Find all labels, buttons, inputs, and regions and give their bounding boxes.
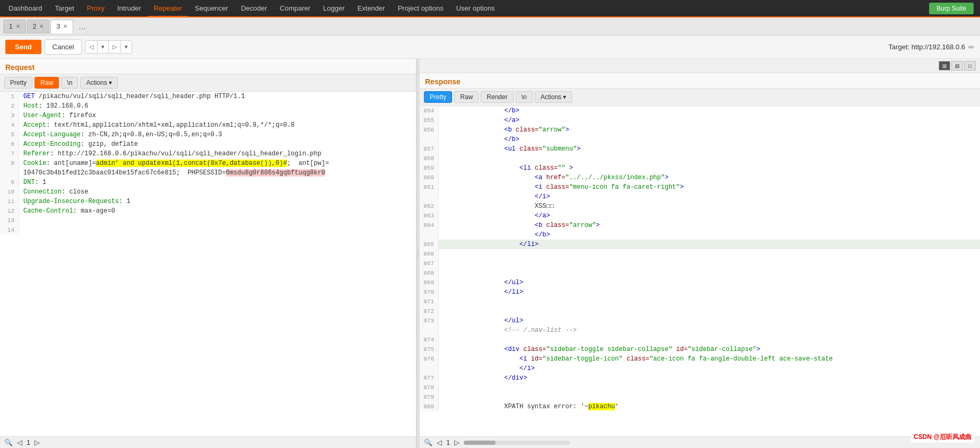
resp-line-875: 875 <div class="sidebar-toggle sidebar-c… bbox=[420, 345, 980, 354]
req-line-7: 7 Referer: http://192.168.0.6/pikachu/vu… bbox=[0, 149, 416, 159]
nav-item-extender[interactable]: Extender bbox=[351, 0, 392, 17]
view-split-v-btn[interactable]: ⊟ bbox=[951, 61, 963, 71]
req-line-8: 8 Cookie: ant[uname]=admin' and updatexm… bbox=[0, 159, 416, 168]
resp-page-prev[interactable]: ◁ bbox=[437, 438, 442, 446]
resp-tab-n[interactable]: \n bbox=[516, 91, 533, 103]
req-tab-n[interactable]: \n bbox=[61, 77, 78, 89]
nav-item-dashboard[interactable]: Dashboard bbox=[2, 0, 49, 17]
resp-line-880: 880 XPATH syntax error: '~pikachu' bbox=[420, 402, 980, 411]
req-line-9: 9 DNT: 1 bbox=[0, 178, 416, 187]
resp-line-856: 856 <b class="arrow"> bbox=[420, 125, 980, 135]
nav-item-decoder[interactable]: Decoder bbox=[235, 0, 273, 17]
resp-page-next[interactable]: ▷ bbox=[454, 438, 459, 446]
req-tab-raw[interactable]: Raw bbox=[34, 77, 59, 89]
next-dropdown-btn[interactable]: ▾ bbox=[121, 41, 132, 53]
resp-line-856b: </b> bbox=[420, 135, 980, 144]
resp-page-num: 1 bbox=[446, 438, 450, 446]
resp-line-873b: <!-- /.nav-list --> bbox=[420, 326, 980, 335]
tab-1[interactable]: 1 ✕ bbox=[3, 20, 26, 33]
edit-target-icon[interactable]: ✏ bbox=[968, 43, 975, 51]
resp-line-864: 864 <b class="arrow"> bbox=[420, 221, 980, 230]
resp-line-879: 879 bbox=[420, 392, 980, 402]
req-page-next[interactable]: ▷ bbox=[34, 438, 40, 446]
resp-actions-chevron: ▾ bbox=[563, 93, 566, 101]
resp-line-868: 868 bbox=[420, 268, 980, 278]
resp-line-863: 863 </a> bbox=[420, 211, 980, 221]
resp-line-878: 878 bbox=[420, 383, 980, 392]
request-code-area[interactable]: 1 GET /pikachu/vul/sqli/sqli_header/sqli… bbox=[0, 92, 416, 436]
tab-3-close[interactable]: ✕ bbox=[63, 23, 67, 29]
target-label: Target: http://192.168.0.6 bbox=[888, 43, 965, 51]
view-split-h-btn[interactable]: ⊞ bbox=[939, 61, 950, 71]
nav-item-comparer[interactable]: Comparer bbox=[273, 0, 317, 17]
send-button[interactable]: Send bbox=[5, 40, 41, 54]
main-split: Request Pretty Raw \n Actions ▾ 1 GET /p… bbox=[0, 59, 980, 448]
req-line-13: 13 bbox=[0, 216, 416, 225]
req-actions-btn[interactable]: Actions ▾ bbox=[80, 77, 117, 89]
request-pane: Request Pretty Raw \n Actions ▾ 1 GET /p… bbox=[0, 59, 417, 448]
resp-tab-pretty[interactable]: Pretty bbox=[424, 91, 452, 103]
resp-tab-raw[interactable]: Raw bbox=[454, 91, 479, 103]
req-zoom-icon[interactable]: 🔍 bbox=[4, 438, 13, 446]
prev-dropdown-btn[interactable]: ▾ bbox=[98, 41, 109, 53]
watermark: CSDN @厄听风成曲 bbox=[910, 432, 975, 443]
nav-item-project-options[interactable]: Project options bbox=[392, 0, 450, 17]
tab-more[interactable]: … bbox=[74, 20, 90, 33]
resp-line-874: 874 bbox=[420, 335, 980, 345]
view-buttons: ⊞ ⊟ □ bbox=[420, 59, 980, 73]
resp-line-865: 865 </li> bbox=[420, 240, 980, 249]
resp-line-862: 862 XSS□□ bbox=[420, 201, 980, 211]
nav-item-intruder[interactable]: Intruder bbox=[111, 0, 148, 17]
tab-2-close[interactable]: ✕ bbox=[39, 23, 44, 29]
view-single-btn[interactable]: □ bbox=[964, 61, 976, 71]
resp-line-861b: </i> bbox=[420, 192, 980, 201]
request-toolbar: Pretty Raw \n Actions ▾ bbox=[0, 74, 416, 92]
cancel-button[interactable]: Cancel bbox=[45, 39, 82, 55]
nav-item-repeater[interactable]: Repeater bbox=[148, 0, 188, 17]
tab-1-close[interactable]: ✕ bbox=[16, 23, 20, 29]
resp-zoom-icon[interactable]: 🔍 bbox=[424, 438, 432, 446]
resp-line-872: 872 bbox=[420, 306, 980, 316]
req-line-4: 4 Accept: text/html,application/xhtml+xm… bbox=[0, 120, 416, 130]
nav-item-user-options[interactable]: User options bbox=[450, 0, 501, 17]
resp-scrollbar[interactable] bbox=[464, 441, 570, 445]
req-line-8b: 10470c3b4b1fed12c3baac014be15fac67c6e815… bbox=[0, 168, 416, 178]
toolbar: Send Cancel ◁ ▾ ▷ ▾ Target: http://192.1… bbox=[0, 36, 980, 59]
resp-line-857: 857 <ul class="submenu"> bbox=[420, 144, 980, 154]
resp-scrollbar-thumb[interactable] bbox=[464, 441, 496, 445]
resp-line-859: 859 <li class="" > bbox=[420, 163, 980, 173]
next-arrow-btn[interactable]: ▷ bbox=[109, 41, 121, 53]
req-page-num: 1 bbox=[27, 438, 30, 446]
req-line-11: 11 Upgrade-Insecure-Requests: 1 bbox=[0, 197, 416, 206]
target-info: Target: http://192.168.0.6 ✏ bbox=[888, 43, 975, 51]
resp-actions-label: Actions bbox=[541, 93, 561, 101]
req-actions-chevron: ▾ bbox=[109, 79, 112, 86]
tab-1-label: 1 bbox=[9, 23, 13, 30]
resp-line-870: 870 </li> bbox=[420, 287, 980, 297]
burp-suite-btn[interactable]: Burp Suite bbox=[929, 3, 974, 14]
resp-line-866: 866 bbox=[420, 249, 980, 259]
req-tab-pretty[interactable]: Pretty bbox=[4, 77, 32, 89]
req-line-14: 14 bbox=[0, 225, 416, 235]
response-toolbar: Pretty Raw Render \n Actions ▾ bbox=[420, 89, 980, 106]
req-page-prev[interactable]: ◁ bbox=[17, 438, 22, 446]
resp-actions-btn[interactable]: Actions ▾ bbox=[535, 91, 572, 103]
resp-line-855: 855 </a> bbox=[420, 116, 980, 125]
req-line-1: 1 GET /pikachu/vul/sqli/sqli_header/sqli… bbox=[0, 92, 416, 101]
nav-item-logger[interactable]: Logger bbox=[317, 0, 351, 17]
resp-tab-render[interactable]: Render bbox=[481, 91, 513, 103]
tab-3-label: 3 bbox=[56, 23, 60, 30]
prev-arrow-btn[interactable]: ◁ bbox=[85, 41, 98, 53]
response-code-area[interactable]: 854 </b> 855 </a> 856 <b class="arrow"> bbox=[420, 106, 980, 436]
resp-line-858: 858 bbox=[420, 154, 980, 163]
nav-item-proxy[interactable]: Proxy bbox=[81, 0, 111, 17]
resp-line-876: 876 <i id="sidebar-toggle-icon" class="a… bbox=[420, 354, 980, 364]
response-title: Response bbox=[425, 77, 461, 86]
tab-2[interactable]: 2 ✕ bbox=[27, 20, 50, 33]
nav-item-target[interactable]: Target bbox=[49, 0, 81, 17]
tab-3[interactable]: 3 ✕ bbox=[50, 20, 73, 33]
resp-line-860: 860 <a href="../../../pkxss/index.php"> bbox=[420, 173, 980, 182]
request-header: Request bbox=[0, 59, 416, 74]
nav-item-sequencer[interactable]: Sequencer bbox=[188, 0, 235, 17]
tab-2-label: 2 bbox=[33, 23, 37, 30]
